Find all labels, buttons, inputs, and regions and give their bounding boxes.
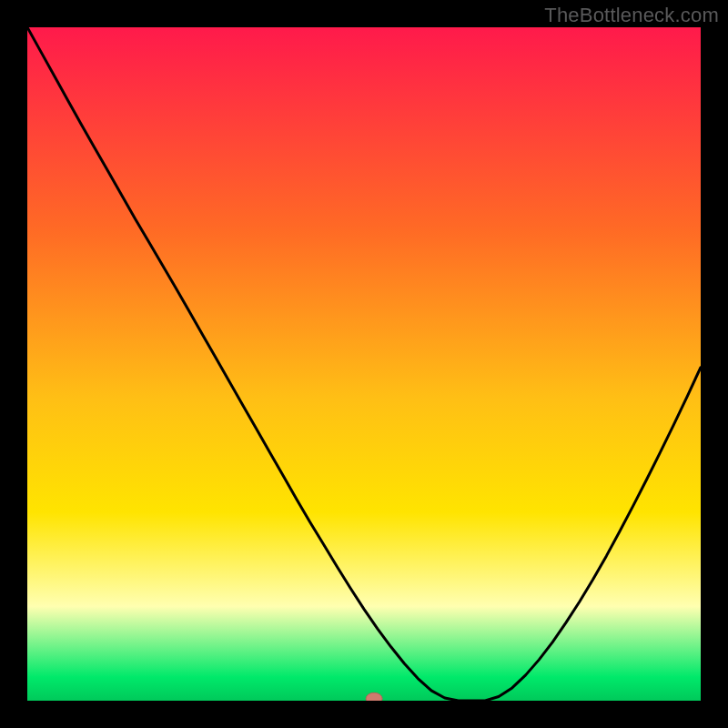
gradient-background [27,27,701,701]
optimum-marker [366,693,382,701]
watermark-text: TheBottleneck.com [544,4,719,27]
chart-frame: TheBottleneck.com [0,0,728,728]
bottleneck-chart [27,27,701,701]
